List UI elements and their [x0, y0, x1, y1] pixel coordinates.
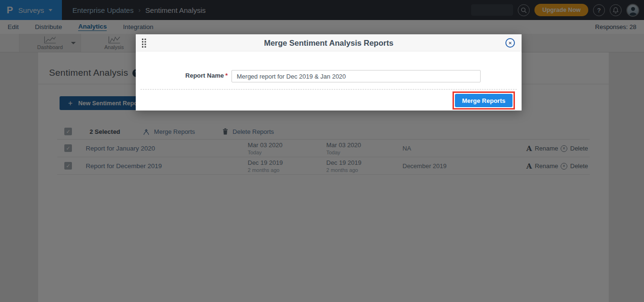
merge-reports-modal: Merge Sentiment Analysis Reports Report …: [136, 34, 522, 111]
close-icon[interactable]: [505, 38, 515, 48]
required-marker: *: [225, 72, 228, 79]
merge-reports-submit-button[interactable]: Merge Reports: [455, 94, 513, 107]
report-name-label: Report Name*: [136, 72, 228, 79]
divider: [141, 89, 517, 90]
annotation-highlight-box: Merge Reports: [453, 91, 515, 110]
report-name-input[interactable]: [231, 70, 481, 82]
modal-title: Merge Sentiment Analysis Reports: [136, 34, 522, 51]
drag-handle-icon[interactable]: [142, 39, 146, 50]
modal-body: Report Name* Merge Reports: [136, 51, 522, 111]
modal-header: Merge Sentiment Analysis Reports: [136, 34, 522, 51]
